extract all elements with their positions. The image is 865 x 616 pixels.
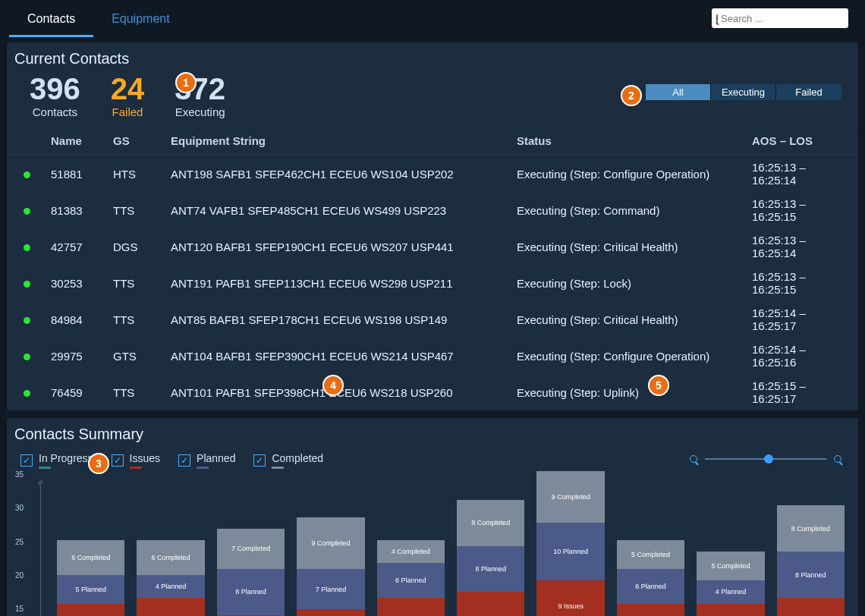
bar-segment: 9 Issues (617, 604, 684, 616)
cell-status: Executing (Step: Command) (517, 204, 752, 217)
zoom-track[interactable] (705, 458, 826, 460)
stat-total-num: 396 (30, 74, 80, 104)
status-dot (24, 208, 30, 215)
cell-name: 30253 (51, 277, 113, 290)
status-dot (24, 281, 30, 288)
bar-segment: 6 Completed (57, 540, 124, 575)
col-header-gs: GS (113, 134, 171, 147)
table-row[interactable]: 51881HTSANT198 SAFB1 SFEP462CH1 ECEU6 WS… (7, 156, 858, 192)
cell-name: 84984 (51, 313, 113, 326)
table-row[interactable]: 76459TTSANT101 PAFB1 SFEP398CH1 ECEU6 WS… (7, 374, 858, 410)
filter-all[interactable]: All (646, 84, 711, 100)
search-input[interactable] (721, 13, 848, 24)
tab-contacts[interactable]: Contacts (9, 3, 93, 37)
legend-swatch (130, 467, 142, 469)
cell-name: 29975 (51, 350, 113, 363)
table-row[interactable]: 84984TTSANT85 BAFB1 SFEP178CH1 ECEU6 WS1… (7, 301, 858, 338)
bar-segment: 9 Issues (697, 604, 764, 616)
cell-aos: 16:25:13 – 16:25:14 (752, 161, 837, 187)
zoom-out-icon[interactable] (690, 455, 697, 463)
bar-segment: 9 Issues (536, 580, 604, 616)
bar-segment: 7 Issues (777, 598, 845, 616)
cell-name: 42757 (51, 240, 113, 253)
bar-segment: 5 Planned (57, 575, 124, 604)
bar-segment: 8 Planned (457, 546, 524, 592)
bar-segment: 9 Completed (297, 517, 364, 569)
col-header-name: Name (51, 134, 113, 147)
checkbox-icon[interactable]: ✓ (112, 454, 124, 467)
stat-executing-label: Executing (175, 105, 225, 118)
table-row[interactable]: 29975GTSANT104 BAFB1 SFEP390CH1 ECEU6 WS… (7, 338, 858, 374)
nav-tabs: Contacts Equipment (9, 3, 188, 37)
status-dot (24, 171, 30, 178)
bar-segment: 10 Planned (536, 523, 604, 580)
cell-name: 76459 (51, 386, 113, 399)
current-contacts-panel: Current Contacts 396 Contacts 24 Failed … (7, 42, 858, 410)
cell-status: Executing (Step: Critical Health) (517, 240, 752, 253)
legend-in-progress[interactable]: ✓In Progress (20, 452, 93, 469)
zoom-slider[interactable] (690, 455, 841, 463)
zoom-thumb[interactable] (764, 454, 773, 464)
checkbox-icon[interactable]: ✓ (178, 454, 190, 467)
bar-segment: 6 Planned (377, 563, 445, 598)
y-tick: 30 (15, 504, 24, 512)
stacked-bar: 6 Completed5 Planned9 Issues5 In progres… (57, 540, 124, 616)
cell-name: 81383 (51, 204, 113, 217)
legend-completed[interactable]: ✓Completed (253, 452, 323, 469)
stat-failed-label: Failed (111, 105, 145, 118)
stat-failed-num: 24 (111, 74, 145, 104)
stacked-bar: 9 Completed10 Planned9 Issues9 In progre… (536, 471, 604, 616)
cell-eq: ANT191 PAFB1 SFEP113CH1 ECEU6 WS298 USP2… (171, 277, 517, 290)
bar-segment: 8 Completed (457, 500, 524, 546)
annotation-2: 2 (621, 85, 642, 106)
panel-title: Current Contacts (7, 42, 858, 74)
bar-segment: 9 Issues (57, 604, 124, 616)
cell-aos: 16:25:14 – 16:25:17 (752, 306, 837, 332)
bar-segment: 8 Completed (777, 505, 845, 552)
bar-segment: 7 Planned (297, 569, 364, 609)
legend-label: Planned (197, 452, 235, 464)
y-tick: 35 (15, 470, 24, 479)
status-dot (24, 244, 30, 251)
cell-gs: GTS (113, 350, 171, 363)
stat-total-label: Contacts (30, 105, 80, 118)
cell-gs: HTS (113, 168, 171, 181)
y-tick: 15 (15, 605, 24, 613)
contacts-table-body: 51881HTSANT198 SAFB1 SFEP462CH1 ECEU6 WS… (7, 156, 858, 410)
search-box[interactable] (712, 8, 848, 28)
cell-eq: ANT74 VAFB1 SFEP485CH1 ECEU6 WS499 USP22… (171, 204, 517, 217)
cell-aos: 16:25:13 – 16:25:15 (752, 197, 837, 223)
table-row[interactable]: 30253TTSANT191 PAFB1 SFEP113CH1 ECEU6 WS… (7, 265, 858, 301)
checkbox-icon[interactable]: ✓ (253, 454, 266, 467)
stacked-bar: 8 Completed8 Planned9 Issues7 In progres… (457, 500, 524, 616)
contacts-table-header: Name GS Equipment String Status AOS – LO… (7, 127, 858, 156)
bar-segment: 5 Completed (697, 552, 764, 580)
annotation-3: 3 (88, 453, 109, 474)
checkbox-icon[interactable]: ✓ (20, 454, 33, 467)
cell-aos: 16:25:13 – 16:25:14 (752, 234, 837, 259)
tab-equipment[interactable]: Equipment (93, 3, 188, 37)
cell-gs: TTS (113, 204, 171, 217)
legend-swatch (197, 467, 209, 469)
status-dot (24, 390, 30, 397)
cell-gs: TTS (113, 386, 171, 399)
table-row[interactable]: 42757DGSANT120 BAFB1 SFEP190CH1 ECEU6 WS… (7, 228, 858, 265)
zoom-in-icon[interactable] (834, 455, 841, 463)
legend-label: In Progress (39, 452, 93, 464)
legend-issues[interactable]: ✓Issues (112, 452, 160, 469)
stacked-bar: 8 Completed8 Planned7 Issues8 In progres… (777, 505, 845, 616)
bar-segment: 8 Issues (377, 598, 445, 616)
cell-eq: ANT104 BAFB1 SFEP390CH1 ECEU6 WS214 USP4… (171, 350, 517, 363)
table-row[interactable]: 81383TTSANT74 VAFB1 SFEP485CH1 ECEU6 WS4… (7, 192, 858, 228)
legend-planned[interactable]: ✓Planned (178, 452, 235, 469)
filter-failed[interactable]: Failed (776, 84, 841, 100)
stacked-bar: 5 Completed4 Planned9 Issues5 In progres… (697, 552, 764, 616)
filter-executing[interactable]: Executing (711, 84, 776, 100)
annotation-4: 4 (322, 375, 344, 396)
bar-segment: 9 Issues (137, 598, 204, 616)
cell-gs: TTS (113, 313, 171, 326)
stacked-bar: 7 Completed8 Planned7 Issues5 In progres… (217, 529, 285, 616)
cell-eq: ANT85 BAFB1 SFEP178CH1 ECEU6 WS198 USP14… (171, 313, 517, 326)
legend-swatch (39, 467, 51, 469)
cell-status: Executing (Step: Lock) (517, 277, 752, 290)
